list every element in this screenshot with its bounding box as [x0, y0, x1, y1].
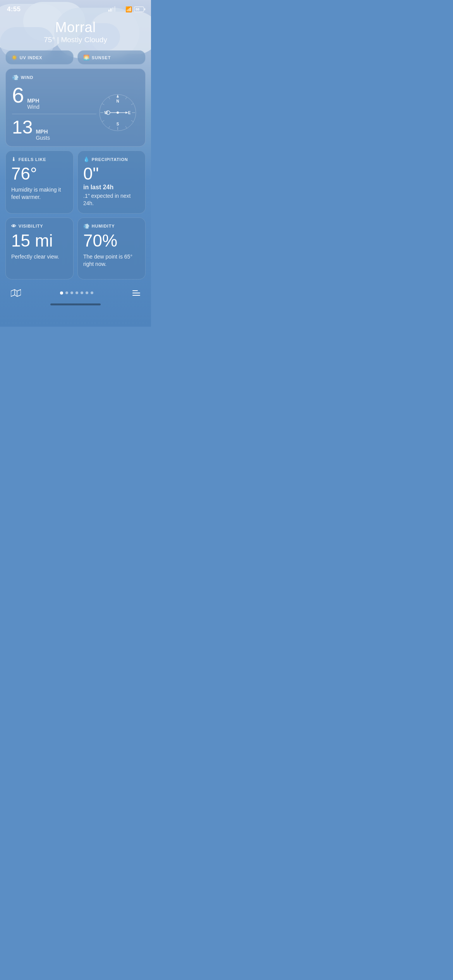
eye-icon: 👁 — [11, 223, 17, 229]
page-dot-3[interactable] — [70, 291, 73, 294]
wind-card[interactable]: 💨 WIND 6 MPH Wind 13 MPH Gusts — [5, 69, 146, 147]
uv-index-card[interactable]: ☀️ UV INDEX — [5, 50, 74, 65]
precipitation-sublabel: in last 24h — [83, 184, 140, 191]
page-dot-7[interactable] — [91, 291, 93, 294]
status-bar: 4:55 📶 88 — [0, 0, 151, 15]
page-dot-1[interactable] — [60, 291, 63, 295]
signal-bar-3 — [112, 7, 113, 12]
feels-like-label: 🌡 FEELS LIKE — [11, 156, 68, 162]
svg-marker-13 — [117, 94, 119, 98]
humidity-label: 💨 HUMIDITY — [83, 223, 140, 229]
cards-container: ☀️ UV INDEX 🌅 SUNSET 💨 WIND 6 MPH Wind — [0, 50, 151, 279]
map-button[interactable] — [11, 289, 21, 297]
separator: | — [57, 36, 61, 44]
svg-text:S: S — [117, 122, 119, 126]
list-line-3 — [132, 295, 140, 296]
uv-index-label: ☀️ UV INDEX — [11, 55, 68, 60]
list-line-1 — [132, 290, 138, 291]
precipitation-value: 0" — [83, 165, 140, 182]
svg-line-11 — [102, 104, 105, 105]
weather-description: 75° | Mostly Cloudy — [8, 36, 143, 44]
humidity-card[interactable]: 💨 HUMIDITY 70% The dew point is 65° righ… — [77, 218, 146, 279]
gust-row: 13 MPH Gusts — [12, 118, 96, 141]
wind-icon: 💨 — [12, 74, 19, 81]
signal-bar-4 — [114, 6, 115, 12]
condition: Mostly Cloudy — [61, 36, 107, 44]
page-dots — [60, 291, 93, 295]
battery-level: 88 — [136, 7, 139, 11]
sunset-label: 🌅 SUNSET — [83, 55, 140, 60]
signal-bar-1 — [108, 10, 110, 12]
list-button[interactable] — [132, 290, 140, 296]
gust-unit-label: MPH Gusts — [36, 128, 50, 141]
wind-content: 6 MPH Wind 13 MPH Gusts — [12, 84, 139, 141]
signal-bar-2 — [110, 9, 112, 12]
page-dot-2[interactable] — [65, 291, 68, 294]
visibility-label: 👁 VISIBILITY — [11, 223, 68, 229]
gust-speed: 13 — [12, 118, 33, 137]
feels-like-description: Humidity is making it feel warmer. — [11, 186, 68, 201]
page-dot-4[interactable] — [76, 291, 78, 294]
humidity-value: 70% — [83, 232, 140, 249]
battery-icon: 88 — [134, 7, 144, 12]
svg-line-5 — [125, 97, 127, 99]
visibility-description: Perfectly clear view. — [11, 253, 68, 260]
precipitation-description: .1" expected in next 24h. — [83, 192, 140, 207]
humidity-description: The dew point is 65° right now. — [83, 253, 140, 268]
wind-unit-label: MPH Wind — [27, 98, 39, 110]
wind-speed: 6 — [12, 84, 24, 106]
mini-cards-row: ☀️ UV INDEX 🌅 SUNSET — [5, 50, 146, 65]
sun-icon: ☀️ — [11, 55, 18, 60]
thermometer-icon: 🌡 — [11, 156, 17, 162]
city-name: Morral — [8, 19, 143, 36]
svg-line-9 — [109, 126, 110, 128]
wind-divider — [12, 114, 96, 114]
list-line-2 — [132, 293, 140, 293]
svg-line-12 — [109, 97, 110, 99]
svg-line-7 — [131, 120, 134, 122]
weather-header: Morral 75° | Mostly Cloudy — [0, 15, 151, 50]
home-bar — [50, 303, 101, 305]
compass-svg: N S E W — [98, 93, 137, 132]
visibility-value: 15 mi — [11, 232, 68, 249]
svg-text:N: N — [116, 99, 119, 103]
sunset-card[interactable]: 🌅 SUNSET — [77, 50, 146, 65]
svg-line-6 — [131, 104, 134, 105]
precipitation-label: 💧 PRECIPITATION — [83, 156, 140, 162]
visibility-card[interactable]: 👁 VISIBILITY 15 mi Perfectly clear view. — [5, 218, 74, 279]
vis-humidity-row: 👁 VISIBILITY 15 mi Perfectly clear view.… — [5, 218, 146, 279]
precipitation-card[interactable]: 💧 PRECIPITATION 0" in last 24h .1" expec… — [77, 151, 146, 214]
wind-label: 💨 WIND — [12, 74, 139, 81]
drop-icon: 💧 — [83, 156, 90, 162]
page-dot-5[interactable] — [81, 291, 83, 294]
page-dot-6[interactable] — [86, 291, 88, 294]
svg-text:E: E — [128, 111, 131, 115]
home-indicator — [0, 300, 151, 308]
wind-speed-row: 6 MPH Wind — [12, 84, 96, 110]
status-time: 4:55 — [7, 5, 21, 13]
wifi-icon: 📶 — [117, 6, 132, 12]
temperature: 75° — [44, 36, 55, 44]
compass: N S E W — [96, 91, 139, 134]
feels-like-card[interactable]: 🌡 FEELS LIKE 76° Humidity is making it f… — [5, 151, 74, 214]
bottom-bar — [0, 283, 151, 300]
signal-bars — [108, 7, 115, 12]
svg-line-8 — [125, 126, 127, 128]
feels-precip-row: 🌡 FEELS LIKE 76° Humidity is making it f… — [5, 151, 146, 214]
feels-like-value: 76° — [11, 165, 68, 182]
wind-values: 6 MPH Wind 13 MPH Gusts — [12, 84, 96, 141]
svg-marker-22 — [11, 290, 21, 296]
svg-line-10 — [102, 120, 105, 122]
status-icons: 📶 88 — [108, 6, 144, 12]
sunset-icon: 🌅 — [83, 55, 90, 60]
humidity-icon: 💨 — [83, 223, 90, 229]
